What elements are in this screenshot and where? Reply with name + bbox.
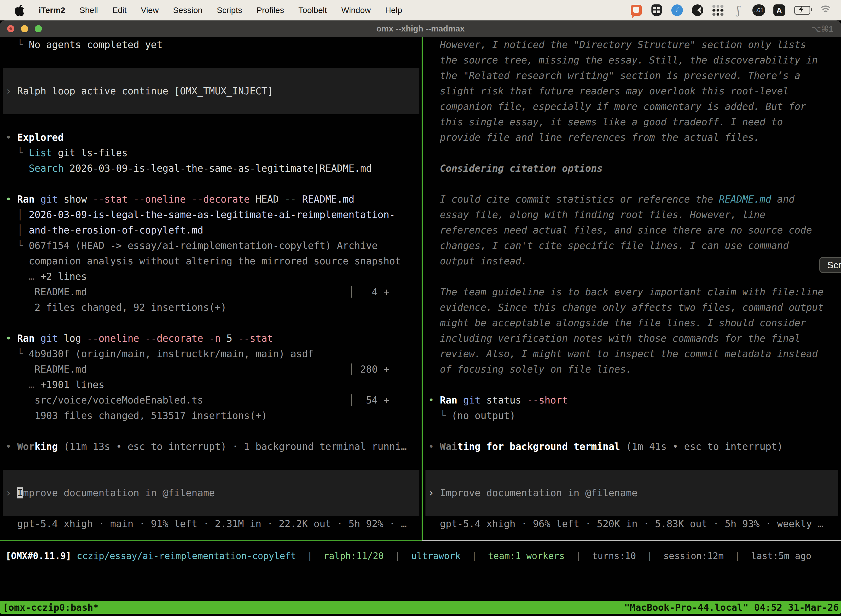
window-title: omx --xhigh --madmax bbox=[0, 24, 841, 34]
screen-overlay-tooltip: Scre bbox=[819, 257, 841, 273]
menu-item-window[interactable]: Window bbox=[341, 6, 371, 15]
terminal-line: However, I noticed the "Directory Struct… bbox=[428, 37, 806, 53]
terminal-line: this single essay, it seems like a good … bbox=[428, 114, 783, 130]
terminal-line: might be acceptable alongside the file l… bbox=[428, 315, 806, 331]
close-button[interactable] bbox=[7, 25, 14, 32]
terminal-line: of focusing solely on file lines. bbox=[428, 362, 632, 377]
traffic-lights bbox=[0, 25, 42, 32]
terminal-line: the "Related research writing" section i… bbox=[428, 68, 800, 84]
minimize-button[interactable] bbox=[21, 25, 28, 32]
gauge-61-icon[interactable]: ..61 bbox=[753, 4, 765, 16]
terminal-line: └ (no output) bbox=[428, 408, 516, 423]
terminal-line: essay file, along with finding root file… bbox=[428, 207, 765, 223]
menu-item-toolbelt[interactable]: Toolbelt bbox=[299, 6, 327, 15]
tmux-host-clock: "MacBook-Pro-44.local" 04:52 31-Mar-26 bbox=[624, 602, 841, 613]
blue-badge-icon[interactable] bbox=[671, 4, 683, 16]
terminal-line: src/voice/voiceModeEnabled.ts │ 54 + bbox=[6, 392, 389, 408]
menu-item-help[interactable]: Help bbox=[385, 6, 402, 15]
terminal-line: › Ralph loop active continue [OMX_TMUX_I… bbox=[6, 84, 273, 99]
terminal-line: evidence. Since this change only affects… bbox=[428, 300, 823, 315]
menu-item[interactable]: iTerm2 bbox=[39, 6, 65, 15]
terminal-line: └ List git ls-files bbox=[6, 145, 128, 161]
screen: iTerm2 ShellEditViewSessionScriptsProfil… bbox=[0, 0, 841, 616]
terminal-line: … +1901 lines bbox=[6, 377, 104, 392]
text-cursor: I bbox=[17, 487, 23, 499]
terminal-line: including verification notes with those … bbox=[428, 331, 800, 346]
tmux-session-label[interactable]: [omx-cczip0:bash* bbox=[0, 602, 99, 613]
menu-item-profiles[interactable]: Profiles bbox=[256, 6, 284, 15]
kaleidoscope-icon[interactable] bbox=[692, 4, 703, 16]
terminal-line: references need actual files, and since … bbox=[428, 223, 812, 238]
terminal-line: companion file, especially if more comme… bbox=[428, 99, 806, 114]
chat-app-icon[interactable] bbox=[630, 4, 642, 16]
terminal-line: │ and-the-erosion-of-copyleft.md bbox=[6, 223, 203, 238]
terminal-line: changes, I can't cite specific file line… bbox=[428, 238, 788, 253]
left-prompt-line[interactable]: › Improve documentation in @filename bbox=[6, 485, 215, 501]
apple-logo-icon[interactable] bbox=[15, 5, 24, 16]
terminal-line: │ 2026-03-09-is-legal-the-same-as-legiti… bbox=[6, 207, 395, 223]
terminal-line: review. Also, I might want to inspect th… bbox=[428, 346, 818, 362]
terminal-line: 1903 files changed, 513517 insertions(+) bbox=[6, 408, 267, 423]
terminal-line: output instead. bbox=[428, 253, 527, 269]
terminal-line: provide file and line references from th… bbox=[428, 130, 760, 145]
terminal-line: • Working (11m 13s • esc to interrupt) ·… bbox=[6, 439, 407, 454]
terminal-line: The team guideline is to back every impo… bbox=[428, 284, 823, 300]
right-agent-pane[interactable]: However, I noticed the "Directory Struct… bbox=[423, 37, 841, 540]
window-title-bar[interactable]: omx --xhigh --madmax ⌥⌘1 bbox=[0, 21, 841, 37]
terminal-line: • Waiting for background terminal (1m 41… bbox=[428, 439, 783, 454]
terminal-line: └ No agents completed yet bbox=[6, 37, 163, 53]
terminal-line: companion analysis without altering the … bbox=[6, 253, 401, 269]
terminal-line: [OMX#0.11.9] cczip/essay/ai-reimplementa… bbox=[6, 549, 812, 564]
terminal-line: Considering citation options bbox=[428, 161, 603, 176]
terminal-line: slight risk that future readers may over… bbox=[428, 84, 788, 99]
right-pane-bottom-border bbox=[422, 540, 841, 541]
terminal-line: • Ran git show --stat --oneline --decora… bbox=[6, 192, 354, 207]
terminal-line: • Ran git status --short bbox=[428, 392, 568, 408]
terminal-line: README.md │ 4 + bbox=[6, 284, 389, 300]
wifi-icon[interactable] bbox=[819, 4, 832, 16]
terminal-line: gpt-5.4 xhigh · main · 91% left · 2.31M … bbox=[6, 516, 407, 532]
terminal: └ No agents completed yet› Ralph loop ac… bbox=[0, 37, 841, 616]
battery-charging-icon[interactable] bbox=[794, 4, 811, 16]
menu-item-shell[interactable]: Shell bbox=[79, 6, 98, 15]
menu-item-edit[interactable]: Edit bbox=[112, 6, 127, 15]
terminal-line: • Explored bbox=[6, 130, 64, 145]
terminal-line: I could cite commit statistics or refere… bbox=[428, 192, 795, 207]
tmux-status-bar: [omx-cczip0:bash* "MacBook-Pro-44.local"… bbox=[0, 601, 841, 614]
terminal-line: gpt-5.4 xhigh · 96% left · 520K in · 5.8… bbox=[428, 516, 823, 532]
terminal-line: … +2 lines bbox=[6, 269, 87, 284]
terminal-line: README.md │ 280 + bbox=[6, 362, 389, 377]
menu-item-view[interactable]: View bbox=[141, 6, 159, 15]
menu-item-scripts[interactable]: Scripts bbox=[217, 6, 242, 15]
input-source-a-icon[interactable]: A bbox=[773, 4, 785, 16]
left-pane-bottom-border bbox=[0, 540, 422, 541]
dots-grid-icon[interactable] bbox=[712, 4, 724, 16]
left-agent-pane[interactable]: └ No agents completed yet› Ralph loop ac… bbox=[0, 37, 422, 540]
hook-icon[interactable]: ʃ bbox=[732, 4, 744, 16]
right-prompt-line[interactable]: › Improve documentation in @filename bbox=[428, 485, 638, 501]
window-shortcut-hint: ⌥⌘1 bbox=[812, 24, 833, 34]
omx-status-line: [OMX#0.11.9] cczip/essay/ai-reimplementa… bbox=[0, 549, 841, 564]
menu-bar: iTerm2 ShellEditViewSessionScriptsProfil… bbox=[0, 0, 841, 21]
terminal-line: └ 067f154 (HEAD -> essay/ai-reimplementa… bbox=[6, 238, 378, 253]
terminal-line: └ 4b9d30f (origin/main, instructkr/main,… bbox=[6, 346, 314, 362]
terminal-line: • Ran git log --oneline --decorate -n 5 … bbox=[6, 331, 273, 346]
shield-grid-icon[interactable] bbox=[651, 4, 663, 16]
menu-status-icons: ʃ ..61 A bbox=[630, 4, 841, 16]
terminal-line: 2 files changed, 92 insertions(+) bbox=[6, 300, 227, 315]
zoom-button[interactable] bbox=[35, 25, 42, 32]
menu-item-session[interactable]: Session bbox=[173, 6, 202, 15]
terminal-line: the source tree, missing the essay. Stil… bbox=[428, 53, 818, 68]
terminal-line: Search 2026-03-09-is-legal-the-same-as-l… bbox=[6, 161, 372, 176]
